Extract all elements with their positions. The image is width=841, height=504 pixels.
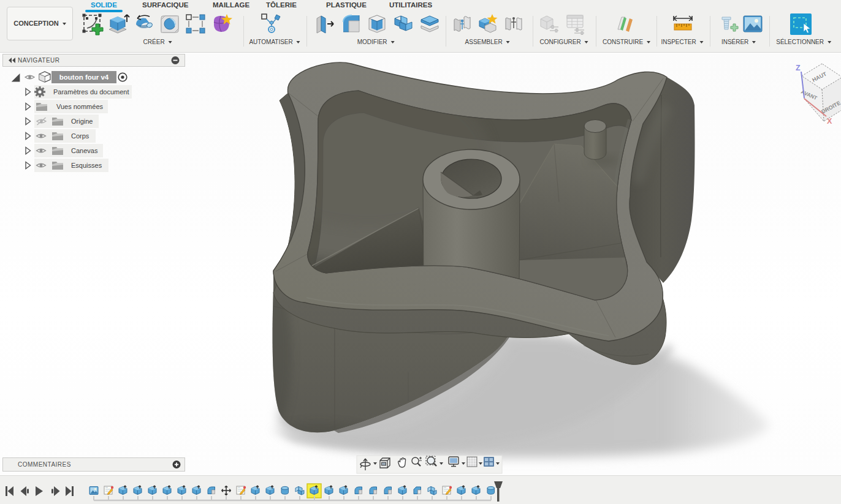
svg-text:X: X — [827, 117, 832, 126]
svg-text:Z: Z — [796, 64, 801, 72]
svg-text:Origine: Origine — [71, 118, 93, 125]
svg-text:Canevas: Canevas — [71, 147, 98, 154]
svg-text:bouton four v4: bouton four v4 — [59, 73, 109, 81]
svg-text:Esquisses: Esquisses — [71, 162, 102, 169]
svg-text:Vues nommées: Vues nommées — [56, 103, 104, 110]
svg-text:Corps: Corps — [71, 132, 89, 140]
svg-text:Paramètres du document: Paramètres du document — [53, 88, 129, 96]
